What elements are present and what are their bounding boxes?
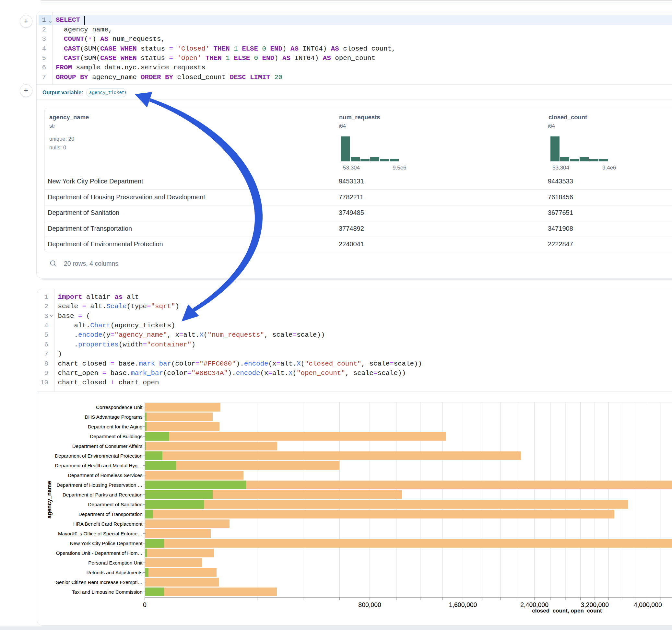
svg-text:closed_count, open_count: closed_count, open_count: [532, 608, 602, 614]
svg-text:Operations Unit - Department o: Operations Unit - Department of Hom…: [56, 550, 143, 556]
svg-text:Department of Housing Preserva: Department of Housing Preservation …: [56, 482, 142, 488]
svg-text:Department of Environmental Pr: Department of Environmental Protection: [55, 453, 142, 459]
svg-text:Correspondence Unit: Correspondence Unit: [96, 405, 143, 410]
svg-text:4,000,000: 4,000,000: [634, 601, 662, 608]
svg-text:Department for the Aging: Department for the Aging: [88, 424, 143, 429]
svg-text:Department of Sanitation: Department of Sanitation: [88, 502, 142, 507]
svg-text:Department of Homeless Service: Department of Homeless Services: [68, 472, 143, 478]
svg-text:Department of Consumer Affairs: Department of Consumer Affairs: [72, 443, 143, 449]
svg-text:Refunds and Adjustments: Refunds and Adjustments: [86, 570, 142, 575]
svg-text:800,000: 800,000: [358, 601, 381, 608]
svg-text:Department of Health and Menta: Department of Health and Mental Hyg…: [55, 463, 142, 468]
svg-text:Mayorâ€ s Office of Special En: Mayorâ€ s Office of Special Enforce…: [58, 531, 143, 536]
svg-text:HRA Benefit Card Replacement: HRA Benefit Card Replacement: [73, 521, 143, 527]
svg-text:Department of Buildings: Department of Buildings: [90, 434, 142, 439]
svg-text:Personal Exemption Unit: Personal Exemption Unit: [88, 560, 143, 565]
svg-text:DHS Advantage Programs: DHS Advantage Programs: [85, 414, 143, 420]
svg-text:1,600,000: 1,600,000: [449, 601, 477, 608]
svg-text:0: 0: [143, 601, 146, 608]
svg-text:Department of Parks and Recrea: Department of Parks and Recreation: [63, 492, 143, 498]
svg-text:2,400,000: 2,400,000: [520, 601, 549, 608]
svg-text:agency_name: agency_name: [46, 481, 52, 518]
svg-text:Senior Citizen Rent Increase E: Senior Citizen Rent Increase Exempti…: [56, 579, 143, 585]
svg-text:3,200,000: 3,200,000: [581, 601, 609, 608]
svg-text:Department of Transportation: Department of Transportation: [78, 511, 143, 517]
svg-text:New York City Police Departmen: New York City Police Department: [70, 540, 143, 546]
svg-text:Taxi and Limousine Commission: Taxi and Limousine Commission: [72, 589, 143, 595]
